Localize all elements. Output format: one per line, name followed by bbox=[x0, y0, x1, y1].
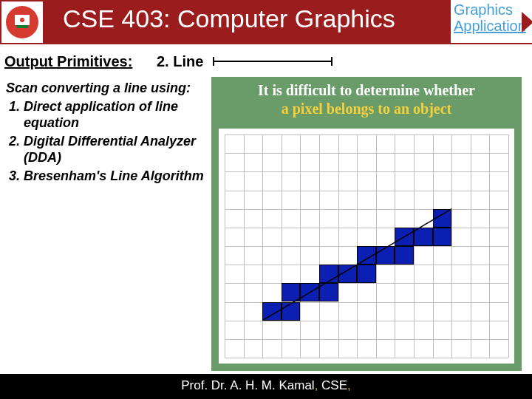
arrow-icon bbox=[522, 12, 532, 33]
line-segment-icon bbox=[210, 53, 335, 69]
rasterized-pixel bbox=[282, 302, 301, 321]
list-item: Bresenham's Line Algorithm bbox=[24, 168, 205, 185]
footer-bar: Prof. Dr. A. H. M. Kamal, CSE, bbox=[0, 374, 532, 399]
rasterized-pixel bbox=[338, 265, 358, 283]
rasterized-pixel bbox=[282, 283, 301, 301]
footer-dept: CSE bbox=[321, 378, 347, 392]
svg-point-3 bbox=[20, 18, 24, 22]
body-intro: Scan converting a line using: bbox=[6, 80, 205, 97]
figure-caption: It is difficult to determine whether a p… bbox=[225, 81, 508, 118]
rasterized-pixel bbox=[357, 246, 376, 265]
rasterized-pixel bbox=[395, 228, 414, 246]
header-bar: CSE 403: Computer Graphics Graphics Appl… bbox=[0, 0, 532, 44]
caption-line1: It is difficult to determine whether bbox=[258, 82, 475, 98]
rasterized-pixel bbox=[376, 246, 395, 265]
section-subheading: 2. Line bbox=[157, 53, 203, 70]
university-logo bbox=[1, 1, 43, 43]
list-item: Direct application of line equation bbox=[24, 98, 205, 132]
rasterized-pixel bbox=[319, 265, 338, 283]
svg-rect-2 bbox=[16, 25, 28, 28]
footer-author: Prof. Dr. A. H. M. Kamal bbox=[181, 378, 314, 392]
rasterized-pixel bbox=[433, 228, 452, 246]
course-title: CSE 403: Computer Graphics bbox=[63, 4, 395, 33]
footer-text: Prof. Dr. A. H. M. Kamal, CSE, bbox=[0, 378, 532, 393]
caption-line2: a pixel belongs to an object bbox=[282, 100, 452, 117]
corner-line2: Application bbox=[454, 18, 529, 34]
grid-area bbox=[219, 129, 514, 364]
rasterized-pixel bbox=[300, 283, 319, 301]
rasterized-pixel bbox=[262, 302, 282, 321]
rasterized-pixel bbox=[433, 209, 452, 228]
corner-label: Graphics Application bbox=[451, 0, 532, 43]
corner-line1: Graphics bbox=[454, 1, 529, 18]
rasterized-pixel bbox=[414, 228, 433, 246]
section-heading: Output Primitives: bbox=[4, 53, 132, 70]
rasterized-pixel bbox=[395, 246, 414, 265]
body-text: Scan converting a line using: Direct app… bbox=[6, 80, 205, 185]
logo-icon bbox=[4, 4, 40, 40]
rasterized-pixel bbox=[357, 265, 376, 283]
figure-panel: It is difficult to determine whether a p… bbox=[211, 77, 522, 371]
rasterized-pixel bbox=[319, 283, 338, 301]
list-item: Digital Differential Analyzer (DDA) bbox=[24, 133, 205, 166]
method-list: Direct application of line equation Digi… bbox=[6, 98, 205, 185]
